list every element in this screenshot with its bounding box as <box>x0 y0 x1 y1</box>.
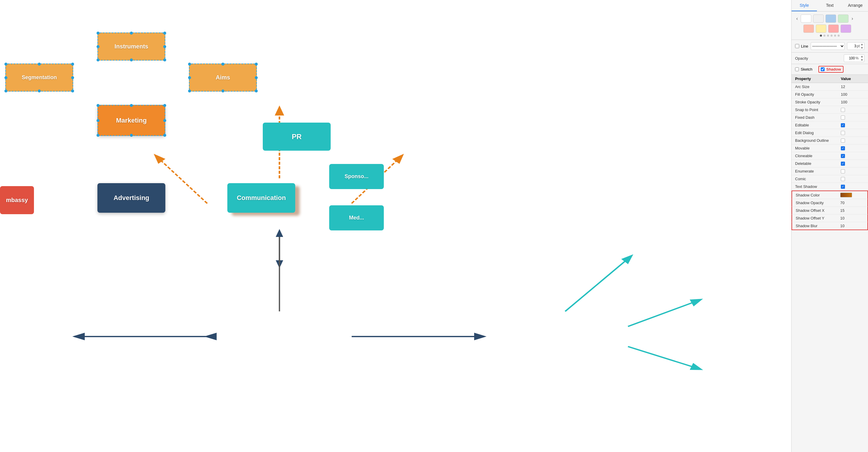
color-dot-1[interactable] <box>820 35 822 37</box>
prop-name-0: Arc Size <box>795 85 841 89</box>
node-segmentation-label: Segmentation <box>22 74 57 81</box>
svg-line-7 <box>628 300 700 326</box>
color-dot-3[interactable] <box>827 35 829 37</box>
prop-name-12: Comic <box>795 177 841 181</box>
color-swatch-blue[interactable] <box>826 14 836 23</box>
prop-checkbox-text-shadow[interactable]: ✓ <box>841 185 845 189</box>
prop-checkbox-background-outline[interactable] <box>841 139 845 143</box>
color-dot-2[interactable] <box>824 35 826 37</box>
node-sponsorship[interactable]: Sponso... <box>329 164 384 189</box>
color-swatch-salmon[interactable] <box>803 25 814 33</box>
prop-row-background-outline: Background Outline <box>792 137 868 145</box>
color-swatch-lavender[interactable] <box>841 25 851 33</box>
prop-row-movable: Movable✓ <box>792 145 868 152</box>
prop-value-11 <box>841 169 864 173</box>
node-marketing-label: Marketing <box>116 117 147 124</box>
line-width-input[interactable] <box>847 43 857 49</box>
line-checkbox-label[interactable]: Line <box>795 44 808 49</box>
color-dot-5[interactable] <box>834 35 836 37</box>
prop-row-arc-size: Arc Size12 <box>792 83 868 91</box>
line-style-select[interactable]: ——————— <box>811 42 845 50</box>
prop-row-editable: Editable✓ <box>792 121 868 129</box>
prop-value-4 <box>841 116 864 120</box>
tab-text[interactable]: Text <box>817 0 842 11</box>
prop-row-shadow-blur: Shadow Blur10 <box>792 222 868 230</box>
prop-value-8: ✓ <box>841 146 864 150</box>
node-embassy[interactable]: mbassy <box>0 186 34 214</box>
color-nav-prev[interactable]: ‹ <box>795 16 799 21</box>
node-advertising[interactable]: Advertising <box>97 183 165 213</box>
color-swatch-pink[interactable] <box>828 25 839 33</box>
prop-value-10: ✓ <box>841 161 864 166</box>
shadow-checkbox[interactable] <box>821 67 825 71</box>
prop-row-edit-dialog: Edit Dialog <box>792 129 868 137</box>
prop-name-10: Deletable <box>795 161 841 166</box>
line-unit: pt <box>857 44 860 48</box>
color-dot-6[interactable] <box>838 35 840 37</box>
prop-checkbox-deletable[interactable]: ✓ <box>841 161 845 166</box>
prop-checkbox-editable[interactable]: ✓ <box>841 123 845 127</box>
prop-row-deletable: Deletable✓ <box>792 160 868 168</box>
node-media[interactable]: Med... <box>329 205 384 231</box>
color-swatch-gray[interactable] <box>813 14 824 23</box>
prop-checkbox-movable[interactable]: ✓ <box>841 146 845 150</box>
node-embassy-label: mbassy <box>6 197 28 204</box>
color-swatch-green[interactable] <box>838 14 848 23</box>
prop-value-7 <box>841 139 864 143</box>
opacity-input[interactable] <box>844 56 855 61</box>
node-pr[interactable]: PR <box>263 123 331 151</box>
prop-value-9: ✓ <box>841 154 864 158</box>
node-pr-label: PR <box>292 133 302 141</box>
prop-value-14 <box>840 192 864 197</box>
prop-row-cloneable: Cloneable✓ <box>792 152 868 160</box>
opacity-label: Opacity <box>795 56 844 61</box>
prop-name-11: Enumerate <box>795 169 841 173</box>
prop-checkbox-enumerate[interactable] <box>841 169 845 173</box>
line-width: pt ▲ ▼ <box>847 42 864 50</box>
line-checkbox[interactable] <box>795 44 799 48</box>
prop-checkbox-edit-dialog[interactable] <box>841 131 845 135</box>
sketch-shadow-row: Sketch Shadow <box>792 64 868 75</box>
right-panel: Style Text Arrange ‹ › <box>791 0 868 452</box>
prop-rows-container: Arc Size12Fill Opacity100Stroke Opacity1… <box>792 83 868 230</box>
panel-tabs: Style Text Arrange <box>792 0 868 11</box>
shadow-color-swatch[interactable] <box>840 192 852 197</box>
prop-value-12 <box>841 177 864 181</box>
prop-name-6: Edit Dialog <box>795 130 841 135</box>
prop-name-3: Snap to Point <box>795 108 841 112</box>
canvas-area[interactable]: Instruments Segmentation Aims Mar <box>0 0 791 452</box>
line-label: Line <box>801 44 808 49</box>
node-instruments[interactable]: Instruments <box>97 32 165 61</box>
prop-checkbox-fixed-dash[interactable] <box>841 116 845 120</box>
opacity-up[interactable]: ▲ <box>860 55 864 58</box>
line-width-stepper: ▲ ▼ <box>860 42 864 50</box>
color-dot-4[interactable] <box>831 35 833 37</box>
node-marketing[interactable]: Marketing <box>97 105 165 136</box>
props-col-property: Property <box>795 77 841 81</box>
tab-arrange[interactable]: Arrange <box>843 0 868 11</box>
props-col-value: Value <box>841 77 864 81</box>
line-section: Line ——————— pt ▲ ▼ <box>792 40 868 53</box>
prop-checkbox-snap-to-point[interactable] <box>841 108 845 112</box>
node-communication[interactable]: Communication <box>227 183 295 213</box>
color-swatch-white[interactable] <box>801 14 811 23</box>
properties-table: Property Value Arc Size12Fill Opacity100… <box>792 75 868 452</box>
color-nav-next[interactable]: › <box>850 16 854 21</box>
prop-checkbox-cloneable[interactable]: ✓ <box>841 154 845 158</box>
opacity-unit: % <box>855 56 860 60</box>
prop-name-1: Fill Opacity <box>795 92 841 97</box>
prop-value-16: 15 <box>840 208 864 213</box>
color-swatch-yellow[interactable] <box>816 25 826 33</box>
line-width-down[interactable]: ▼ <box>860 46 864 50</box>
line-width-up[interactable]: ▲ <box>860 42 864 46</box>
tab-style[interactable]: Style <box>792 0 817 11</box>
node-aims-label: Aims <box>216 74 230 81</box>
opacity-down[interactable]: ▼ <box>860 58 864 62</box>
node-segmentation[interactable]: Segmentation <box>5 63 73 92</box>
prop-checkbox-comic[interactable] <box>841 177 845 181</box>
node-aims[interactable]: Aims <box>189 63 257 92</box>
sketch-label: Sketch <box>801 67 812 71</box>
sketch-checkbox[interactable] <box>795 67 799 71</box>
prop-row-shadow-opacity: Shadow Opacity70 <box>792 199 868 207</box>
prop-value-0: 12 <box>841 85 864 89</box>
